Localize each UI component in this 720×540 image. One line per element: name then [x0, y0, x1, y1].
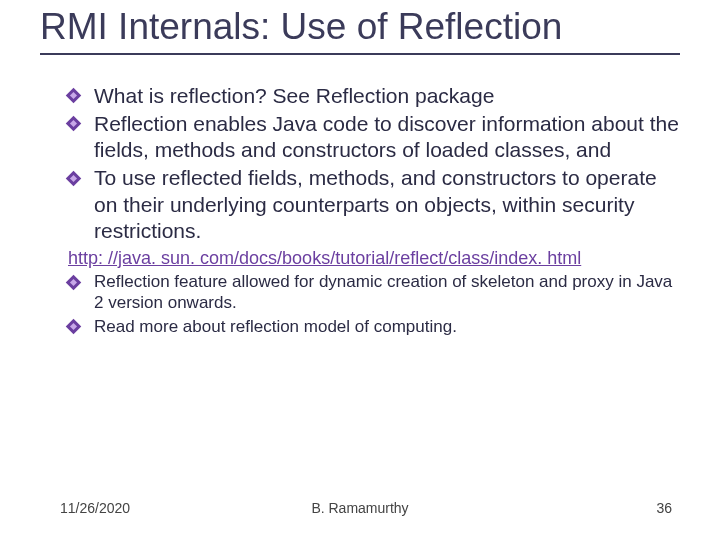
- bullet-list-secondary: Reflection feature allowed for dynamic c…: [68, 271, 680, 337]
- slide-title: RMI Internals: Use of Reflection: [40, 6, 680, 49]
- list-item: What is reflection? See Reflection packa…: [68, 83, 680, 109]
- list-item: Read more about reflection model of comp…: [68, 316, 680, 337]
- reference-link[interactable]: http: //java. sun. com/docs/books/tutori…: [68, 248, 680, 269]
- list-item: Reflection enables Java code to discover…: [68, 111, 680, 164]
- list-item: To use reflected fields, methods, and co…: [68, 165, 680, 244]
- slide: RMI Internals: Use of Reflection What is…: [0, 6, 720, 540]
- footer: 11/26/2020 B. Ramamurthy 36: [0, 500, 720, 516]
- bullet-list-primary: What is reflection? See Reflection packa…: [68, 83, 680, 245]
- title-underline: [40, 53, 680, 55]
- footer-author: B. Ramamurthy: [0, 500, 720, 516]
- list-item: Reflection feature allowed for dynamic c…: [68, 271, 680, 314]
